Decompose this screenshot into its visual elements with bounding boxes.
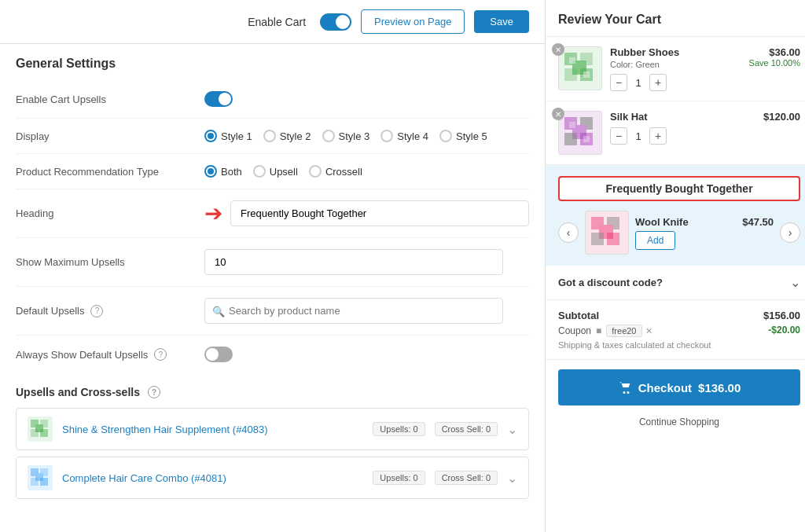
- radio-style5-circle: [439, 130, 452, 142]
- qty-increase-2[interactable]: +: [649, 127, 667, 145]
- display-style1[interactable]: Style 1: [204, 130, 252, 142]
- cart-item-2-price-col: $120.00: [763, 111, 800, 123]
- preview-on-page-button[interactable]: Preview on Page: [361, 9, 465, 34]
- qty-decrease-1[interactable]: −: [610, 74, 627, 91]
- svg-rect-9: [40, 478, 48, 486]
- discount-code-row[interactable]: Got a discount code? ⌄: [546, 266, 805, 300]
- qty-increase-1[interactable]: +: [649, 74, 667, 91]
- enable-cart-toggle[interactable]: [320, 13, 351, 31]
- display-label: Display: [16, 130, 189, 142]
- qty-decrease-2[interactable]: −: [610, 127, 627, 145]
- discount-chevron-icon: ⌄: [790, 275, 800, 290]
- product-img-1: [29, 418, 51, 440]
- cart-item-2-qty-control: − 1 +: [610, 127, 755, 145]
- cart-item-2-price: $120.00: [763, 111, 800, 123]
- discount-label: Got a discount code?: [558, 277, 663, 288]
- coupon-row: Coupon ■ free20 ✕ -$20.00: [558, 325, 800, 337]
- radio-style1-circle: [204, 130, 217, 142]
- product-img-2: [29, 467, 51, 489]
- default-upsells-help-icon: ?: [90, 305, 103, 317]
- fbt-product-name: Wool Knife: [635, 216, 689, 228]
- fbt-add-button[interactable]: Add: [635, 231, 675, 250]
- cart-item-2-name: Silk Hat: [610, 111, 755, 123]
- product-row-chevron-1[interactable]: ⌄: [507, 422, 517, 437]
- svg-rect-3: [31, 429, 39, 437]
- remove-item-1-button[interactable]: ✕: [552, 43, 564, 56]
- display-style5[interactable]: Style 5: [439, 130, 487, 142]
- continue-shopping-link[interactable]: Continue Shopping: [546, 410, 805, 434]
- svg-point-29: [623, 391, 625, 394]
- product-thumb-1: [28, 416, 53, 442]
- always-show-help-icon: ?: [154, 348, 167, 361]
- radio-style3-circle: [322, 130, 335, 142]
- cross-sell-badge-2: Cross Sell: 0: [435, 471, 498, 485]
- radio-both-circle: [204, 165, 217, 178]
- upsells-badge-2: Upsells: 0: [373, 471, 425, 485]
- heading-input[interactable]: [230, 200, 529, 226]
- cart-item-1-image: [558, 46, 602, 90]
- fbt-next-button[interactable]: ›: [780, 222, 800, 243]
- upsells-badge-1: Upsells: 0: [373, 422, 425, 436]
- fbt-prev-button[interactable]: ‹: [558, 222, 579, 243]
- svg-point-30: [627, 391, 629, 394]
- svg-rect-4: [40, 429, 48, 437]
- radio-style4-circle: [380, 130, 393, 142]
- cart-item-2: ✕ Silk Hat − 1 +: [546, 101, 805, 165]
- subtotal-value: $156.00: [763, 310, 800, 321]
- product-name-2: Complete Hair Care Combo (#4081): [62, 472, 363, 484]
- remove-item-2-button[interactable]: ✕: [552, 108, 564, 120]
- coupon-label: Coupon ■ free20 ✕: [558, 325, 652, 337]
- cart-item-1-info: Rubber Shoes Color: Green − 1 +: [610, 46, 741, 91]
- fbt-product-row: ‹ Wool Knife $47.50 Add: [558, 211, 800, 255]
- checkout-amount: $136.00: [698, 381, 741, 394]
- cross-sell-badge-1: Cross Sell: 0: [435, 422, 498, 436]
- display-radio-group: Style 1 Style 2 Style 3 Style 4: [204, 130, 487, 142]
- cart-item-2-image: [558, 111, 602, 155]
- enable-upsells-label: Enable Cart Upsells: [16, 94, 189, 105]
- cart-item-2-info: Silk Hat − 1 +: [610, 111, 755, 145]
- always-show-label: Always Show Default Upsells ?: [16, 348, 189, 361]
- cart-item-1-save: Save 10.00%: [749, 58, 800, 68]
- svg-rect-27: [591, 233, 604, 245]
- display-style3[interactable]: Style 3: [322, 130, 370, 142]
- fbt-product-price: $47.50: [742, 216, 774, 228]
- checkout-label: Checkout: [638, 381, 692, 394]
- fbt-product-info: Wool Knife $47.50 Add: [635, 216, 774, 250]
- fbt-product-image: [585, 211, 629, 255]
- svg-rect-16: [583, 72, 590, 78]
- default-upsells-search-input[interactable]: [204, 298, 503, 324]
- product-row-chevron-2[interactable]: ⌄: [507, 471, 517, 486]
- svg-rect-22: [569, 122, 575, 128]
- qty-value-1: 1: [632, 77, 645, 89]
- cart-item-1-name: Rubber Shoes: [610, 46, 741, 58]
- upsells-help-icon: ?: [148, 386, 160, 398]
- qty-value-2: 1: [632, 130, 645, 142]
- save-button[interactable]: Save: [474, 10, 529, 33]
- cart-item-1-detail: Color: Green: [610, 60, 741, 69]
- recommendation-type-label: Product Recommendation Type: [16, 166, 189, 178]
- show-max-input[interactable]: [204, 249, 503, 275]
- cart-item-1-qty-control: − 1 +: [610, 74, 741, 91]
- coupon-remove-button[interactable]: ✕: [645, 326, 652, 336]
- radio-upsell-circle: [253, 165, 266, 178]
- product-row-2: Complete Hair Care Combo (#4081) Upsells…: [16, 457, 529, 499]
- recommendation-both[interactable]: Both: [204, 165, 242, 178]
- checkout-button[interactable]: Checkout $136.00: [558, 369, 800, 405]
- default-upsells-label: Default Upsells ?: [16, 305, 189, 317]
- enable-cart-label: Enable Cart: [248, 16, 306, 28]
- heading-label: Heading: [16, 207, 189, 219]
- display-style4[interactable]: Style 4: [380, 130, 428, 142]
- recommendation-upsell[interactable]: Upsell: [253, 165, 298, 178]
- recommendation-radio-group: Both Upsell Crossell: [204, 165, 362, 178]
- radio-style2-circle: [263, 130, 276, 142]
- always-show-toggle[interactable]: [204, 347, 233, 362]
- svg-rect-28: [607, 233, 619, 245]
- display-style2[interactable]: Style 2: [263, 130, 311, 142]
- svg-rect-23: [583, 136, 590, 142]
- recommendation-crossell[interactable]: Crossell: [309, 165, 362, 178]
- default-upsells-search-wrap: 🔍: [204, 298, 503, 324]
- svg-rect-13: [564, 68, 577, 81]
- cart-item-1-price: $36.00: [749, 46, 800, 58]
- cart-icon: [618, 380, 632, 394]
- enable-upsells-toggle[interactable]: [204, 91, 233, 107]
